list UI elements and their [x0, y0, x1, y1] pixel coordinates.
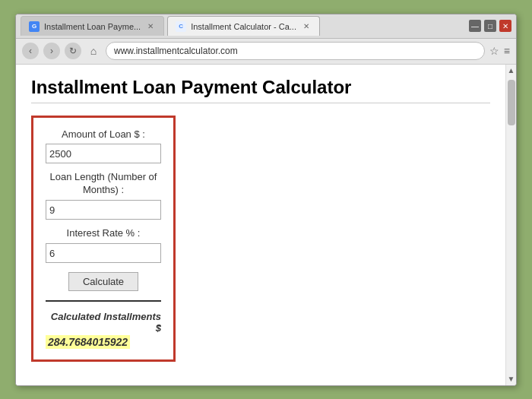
- address-bar: ‹ › ↻ ⌂ www.installmentcalculator.com ☆ …: [16, 39, 516, 65]
- result-label: Calculated Installments $: [46, 311, 161, 334]
- tab-2-favicon: C: [176, 21, 186, 32]
- scroll-down-arrow[interactable]: ▼: [506, 373, 517, 385]
- url-actions: ☆ ≡: [489, 45, 510, 57]
- page-content: Installment Loan Payment Calculator Amou…: [16, 65, 516, 385]
- scroll-up-arrow[interactable]: ▲: [506, 65, 517, 77]
- result-section: Calculated Installments $ 284.7684015922: [46, 311, 161, 349]
- menu-icon[interactable]: ≡: [504, 45, 510, 57]
- tab-2-close[interactable]: ✕: [301, 21, 312, 32]
- scrollbar-track[interactable]: [506, 77, 516, 373]
- loan-length-label: Loan Length (Number of Months) :: [46, 171, 161, 197]
- tab-1-close[interactable]: ✕: [145, 21, 156, 32]
- loan-length-group: Loan Length (Number of Months) :: [46, 171, 161, 220]
- divider: [46, 300, 161, 302]
- back-button[interactable]: ‹: [22, 43, 39, 59]
- window-controls: — □ ✕: [469, 20, 511, 32]
- tab-1-label: Installment Loan Payme...: [44, 22, 141, 31]
- tab-bar: G Installment Loan Payme... ✕ C Installm…: [21, 16, 466, 36]
- scrollbar-thumb[interactable]: [508, 80, 515, 125]
- minimize-button[interactable]: —: [469, 20, 481, 32]
- url-text: www.installmentcalculator.com: [114, 46, 238, 56]
- title-bar: G Installment Loan Payme... ✕ C Installm…: [16, 14, 516, 39]
- interest-rate-group: Interest Rate % :: [46, 227, 161, 263]
- browser-window: G Installment Loan Payme... ✕ C Installm…: [15, 14, 517, 386]
- interest-rate-label: Interest Rate % :: [46, 227, 161, 240]
- tab-1-favicon: G: [29, 21, 40, 32]
- home-button[interactable]: ⌂: [86, 43, 101, 59]
- maximize-button[interactable]: □: [484, 20, 496, 32]
- star-icon[interactable]: ☆: [489, 45, 499, 57]
- loan-amount-input[interactable]: [46, 144, 161, 163]
- loan-length-input[interactable]: [46, 200, 161, 220]
- interest-rate-input[interactable]: [46, 243, 161, 263]
- scrollbar: ▲ ▼: [505, 65, 516, 385]
- tab-2-label: Installment Calculator - Ca...: [191, 22, 296, 31]
- result-value: 284.7684015922: [46, 335, 130, 349]
- main-area: Installment Loan Payment Calculator Amou…: [16, 65, 505, 385]
- reload-button[interactable]: ↻: [65, 43, 81, 59]
- loan-amount-label: Amount of Loan $ :: [46, 128, 161, 141]
- forward-button[interactable]: ›: [43, 43, 60, 59]
- loan-amount-group: Amount of Loan $ :: [46, 128, 161, 164]
- calculate-button[interactable]: Calculate: [68, 272, 138, 291]
- url-bar[interactable]: www.installmentcalculator.com: [106, 42, 485, 60]
- tab-2[interactable]: C Installment Calculator - Ca... ✕: [167, 16, 320, 36]
- tab-1[interactable]: G Installment Loan Payme... ✕: [21, 16, 164, 36]
- close-button[interactable]: ✕: [499, 20, 511, 32]
- calculator-box: Amount of Loan $ : Loan Length (Number o…: [31, 116, 176, 363]
- page-title: Installment Loan Payment Calculator: [31, 77, 490, 103]
